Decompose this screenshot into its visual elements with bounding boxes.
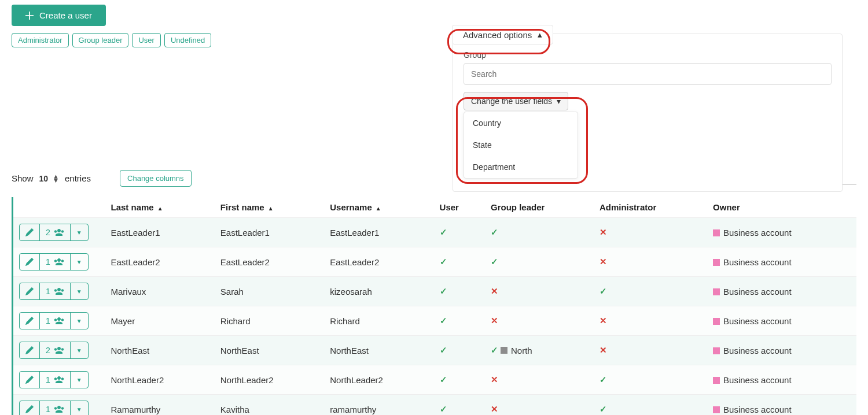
col-username[interactable]: Username▲ xyxy=(324,197,433,218)
sort-asc-icon: ▲ xyxy=(268,205,274,212)
cell-group-leader: ✓North xyxy=(485,336,594,365)
cell-owner: Business account xyxy=(707,395,856,416)
advanced-options-toggle[interactable]: Advanced options ▴ xyxy=(452,25,553,45)
group-field-label: Group xyxy=(464,50,832,60)
caret-down-icon: ▼ xyxy=(76,347,82,354)
col-user[interactable]: User xyxy=(434,197,485,218)
role-filter-group-leader[interactable]: Group leader xyxy=(72,33,129,47)
col-group-leader[interactable]: Group leader xyxy=(485,197,594,218)
group-count-button[interactable]: 1 xyxy=(40,283,71,299)
edit-button[interactable] xyxy=(20,401,40,415)
user-field-option-country[interactable]: Country xyxy=(464,112,578,134)
row-count: 1 xyxy=(46,287,50,296)
group-icon xyxy=(54,404,64,414)
edit-button[interactable] xyxy=(20,342,40,358)
table-row: 1▼MarivauxSarahkizeosarah✓✕✓Business acc… xyxy=(13,277,857,306)
cell-owner: Business account xyxy=(707,365,856,395)
cross-icon: ✕ xyxy=(491,404,498,414)
group-count-button[interactable]: 1 xyxy=(40,254,71,270)
owner-color-swatch xyxy=(713,318,720,325)
sort-asc-icon: ▲ xyxy=(376,205,381,212)
caret-up-icon: ▴ xyxy=(538,29,542,40)
check-icon: ✓ xyxy=(440,286,447,296)
cell-first-name: Richard xyxy=(215,306,324,336)
table-row: 2▼EastLeader1EastLeader1EastLeader1✓✓✕Bu… xyxy=(13,218,857,247)
cross-icon: ✕ xyxy=(599,227,607,237)
owner-color-swatch xyxy=(713,288,720,295)
create-user-label: Create a user xyxy=(39,10,92,20)
check-icon: ✓ xyxy=(599,375,607,384)
row-menu-button[interactable]: ▼ xyxy=(71,254,88,270)
cross-icon: ✕ xyxy=(491,286,498,296)
caret-down-icon: ▼ xyxy=(76,229,82,236)
change-user-fields-label: Change the user fields xyxy=(471,97,552,106)
edit-button[interactable] xyxy=(20,283,40,299)
caret-down-icon: ▼ xyxy=(76,288,82,295)
group-icon xyxy=(54,257,64,267)
check-icon: ✓ xyxy=(491,257,498,267)
row-menu-button[interactable]: ▼ xyxy=(71,401,88,415)
cell-administrator: ✓ xyxy=(594,395,707,416)
edit-button[interactable] xyxy=(20,372,40,388)
cell-owner: Business account xyxy=(707,218,856,247)
users-table: Last name▲ First name▲ Username▲ User Gr… xyxy=(12,197,856,415)
table-row: 1▼EastLeader2EastLeader2EastLeader2✓✓✕Bu… xyxy=(13,247,857,277)
group-icon xyxy=(54,375,64,385)
row-menu-button[interactable]: ▼ xyxy=(71,283,88,299)
col-first-name[interactable]: First name▲ xyxy=(215,197,324,218)
col-last-name[interactable]: Last name▲ xyxy=(105,197,215,218)
entries-label: entries xyxy=(65,173,91,183)
role-filter-undefined[interactable]: Undefined xyxy=(164,33,211,47)
group-count-button[interactable]: 2 xyxy=(40,342,71,358)
cell-group-leader: ✓ xyxy=(485,247,594,277)
group-search-input[interactable] xyxy=(464,63,832,85)
row-menu-button[interactable]: ▼ xyxy=(71,313,88,329)
cell-user: ✓ xyxy=(434,277,485,306)
row-menu-button[interactable]: ▼ xyxy=(71,342,88,358)
row-menu-button[interactable]: ▼ xyxy=(71,372,88,388)
pencil-icon xyxy=(25,317,34,325)
role-filter-administrator[interactable]: Administrator xyxy=(12,33,69,47)
create-user-button[interactable]: Create a user xyxy=(12,5,106,26)
change-user-fields-button[interactable]: Change the user fields ▾ xyxy=(464,92,568,110)
cell-username: NorthLeader2 xyxy=(324,365,433,395)
user-field-option-department[interactable]: Department xyxy=(464,156,578,178)
cell-owner: Business account xyxy=(707,336,856,365)
cell-last-name: NorthLeader2 xyxy=(105,365,215,395)
cell-administrator: ✓ xyxy=(594,365,707,395)
cell-owner: Business account xyxy=(707,277,856,306)
check-icon: ✓ xyxy=(599,404,607,414)
cell-owner: Business account xyxy=(707,247,856,277)
cell-user: ✓ xyxy=(434,306,485,336)
group-icon xyxy=(54,316,64,326)
group-count-button[interactable]: 1 xyxy=(40,401,71,415)
group-count-button[interactable]: 1 xyxy=(40,372,71,388)
row-menu-button[interactable]: ▼ xyxy=(71,224,88,240)
user-fields-dropdown: CountryStateDepartment xyxy=(464,112,578,179)
check-icon: ✓ xyxy=(440,345,447,355)
edit-button[interactable] xyxy=(20,313,40,329)
group-count-button[interactable]: 1 xyxy=(40,313,71,329)
page-size-select[interactable]: 10 ▲▼ xyxy=(39,174,59,183)
cell-administrator: ✕ xyxy=(594,306,707,336)
caret-down-icon: ▼ xyxy=(76,318,82,324)
role-filter-user[interactable]: User xyxy=(132,33,160,47)
edit-button[interactable] xyxy=(20,224,40,240)
row-actions: 1▼ xyxy=(19,371,89,388)
col-administrator[interactable]: Administrator xyxy=(594,197,707,218)
advanced-options-label: Advanced options xyxy=(463,30,532,40)
check-icon: ✓ xyxy=(491,227,498,238)
change-columns-button[interactable]: Change columns xyxy=(120,170,192,187)
edit-button[interactable] xyxy=(20,254,40,270)
check-icon: ✓ xyxy=(440,227,447,237)
group-count-button[interactable]: 2 xyxy=(40,224,71,240)
col-owner[interactable]: Owner xyxy=(707,197,856,218)
cell-group-leader: ✕ xyxy=(485,365,594,395)
user-field-option-state[interactable]: State xyxy=(464,134,578,156)
check-icon: ✓ xyxy=(599,286,607,296)
pencil-icon xyxy=(25,258,34,266)
cell-administrator: ✕ xyxy=(594,336,707,365)
pencil-icon xyxy=(25,376,34,384)
cell-last-name: EastLeader1 xyxy=(105,218,215,247)
cell-user: ✓ xyxy=(434,218,485,247)
